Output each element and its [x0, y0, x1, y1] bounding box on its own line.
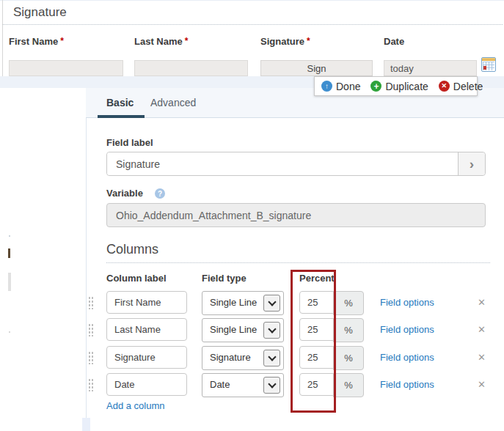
close-icon[interactable]: ✕ [478, 291, 486, 314]
page-fragment [9, 331, 10, 333]
duplicate-icon: + [370, 81, 381, 92]
preview-sign-button[interactable]: Sign [260, 60, 373, 76]
calendar-icon-band [482, 58, 495, 61]
close-icon[interactable]: ✕ [478, 346, 486, 369]
percent-unit: % [333, 318, 364, 342]
field-type-value: Single Line [210, 292, 257, 313]
percent-input[interactable] [299, 291, 334, 314]
top-edge-divider [0, 0, 504, 1]
field-type-value: Signature [210, 347, 251, 368]
field-type-value: Single Line [210, 319, 257, 340]
page-fragment [82, 418, 90, 431]
drag-handle-icon[interactable] [88, 296, 94, 309]
drag-handle-icon[interactable] [88, 378, 94, 391]
preview-first-name-input[interactable] [9, 60, 123, 76]
variable-label: Variable [106, 188, 143, 199]
tab-advanced[interactable]: Advanced [150, 97, 196, 108]
field-options-link[interactable]: Field options [380, 318, 434, 341]
chevron-right-icon[interactable]: › [458, 152, 485, 175]
percent-unit: % [333, 373, 364, 397]
column-row: Date % Field options ✕ [86, 373, 504, 396]
preview-label-date: Date [384, 36, 404, 47]
preview-label-signature: Signature* [260, 36, 310, 47]
page-fragment [8, 248, 10, 258]
preview-label-first-name: First Name* [9, 36, 64, 47]
header-field-type: Field type [202, 273, 246, 284]
chevron-down-icon [263, 322, 280, 339]
calendar-icon-mark [483, 66, 486, 70]
column-label-input[interactable] [106, 373, 187, 396]
active-tab-underline [98, 115, 145, 118]
required-asterisk: * [60, 36, 64, 46]
percent-input[interactable] [299, 373, 334, 396]
field-label-group: › [106, 152, 486, 176]
percent-input[interactable] [299, 318, 334, 341]
field-label-input[interactable] [107, 152, 459, 175]
chevron-down-icon [263, 350, 280, 366]
column-row: Signature % Field options ✕ [86, 346, 504, 369]
drag-handle-icon[interactable] [88, 323, 94, 336]
add-column-link[interactable]: Add a column [106, 400, 165, 411]
page-fragment [8, 273, 11, 291]
field-type-value: Date [210, 374, 230, 395]
close-icon[interactable]: ✕ [478, 318, 486, 341]
preview-last-name-input[interactable] [134, 60, 248, 76]
delete-label: Delete [453, 81, 483, 92]
delete-icon: ✕ [439, 81, 450, 92]
column-label-input[interactable] [106, 291, 187, 314]
done-icon: ↑ [321, 81, 332, 92]
percent-unit: % [333, 291, 364, 315]
done-label: Done [336, 81, 360, 92]
preview-date-input[interactable] [384, 60, 477, 76]
help-icon[interactable]: ? [155, 188, 165, 199]
required-asterisk: * [307, 36, 310, 46]
field-action-toolbar: ↑ Done + Duplicate ✕ Delete [314, 76, 478, 96]
left-edge-divider [2, 0, 3, 78]
percent-input[interactable] [299, 346, 334, 369]
header-percent: Percent [299, 273, 335, 284]
columns-section-title: Columns [106, 242, 158, 257]
done-button[interactable]: ↑ Done [321, 81, 360, 92]
field-group-title: Signature [13, 5, 67, 20]
close-icon[interactable]: ✕ [478, 373, 486, 396]
delete-button[interactable]: ✕ Delete [439, 81, 483, 92]
drag-handle-icon[interactable] [88, 351, 94, 364]
title-divider [3, 24, 503, 25]
field-type-select[interactable]: Single Line [202, 291, 284, 315]
header-column-label: Column label [106, 273, 167, 284]
column-row: Single Line % Field options ✕ [86, 318, 504, 341]
field-options-link[interactable]: Field options [380, 291, 434, 314]
variable-input [106, 203, 486, 227]
page-fragment [9, 235, 10, 237]
tab-basic[interactable]: Basic [106, 97, 134, 108]
chevron-down-icon [263, 377, 280, 394]
field-label-label: Field label [106, 137, 153, 148]
preview-label-last-name: Last Name* [134, 36, 188, 47]
duplicate-label: Duplicate [385, 81, 428, 92]
field-type-select[interactable]: Single Line [202, 318, 284, 342]
calendar-icon[interactable] [481, 57, 496, 72]
chevron-down-icon [263, 295, 280, 312]
field-type-select[interactable]: Date [202, 373, 284, 397]
field-options-link[interactable]: Field options [380, 373, 434, 396]
field-type-select[interactable]: Signature [202, 346, 284, 370]
form-builder-window: Signature First Name* Last Name* Signatu… [0, 0, 504, 431]
column-label-input[interactable] [106, 318, 187, 341]
column-label-input[interactable] [106, 346, 187, 369]
field-options-link[interactable]: Field options [380, 346, 434, 369]
required-asterisk: * [185, 36, 189, 46]
duplicate-button[interactable]: + Duplicate [370, 81, 428, 92]
columns-divider [106, 262, 490, 263]
column-row: Single Line % Field options ✕ [86, 291, 504, 314]
percent-unit: % [333, 346, 364, 370]
